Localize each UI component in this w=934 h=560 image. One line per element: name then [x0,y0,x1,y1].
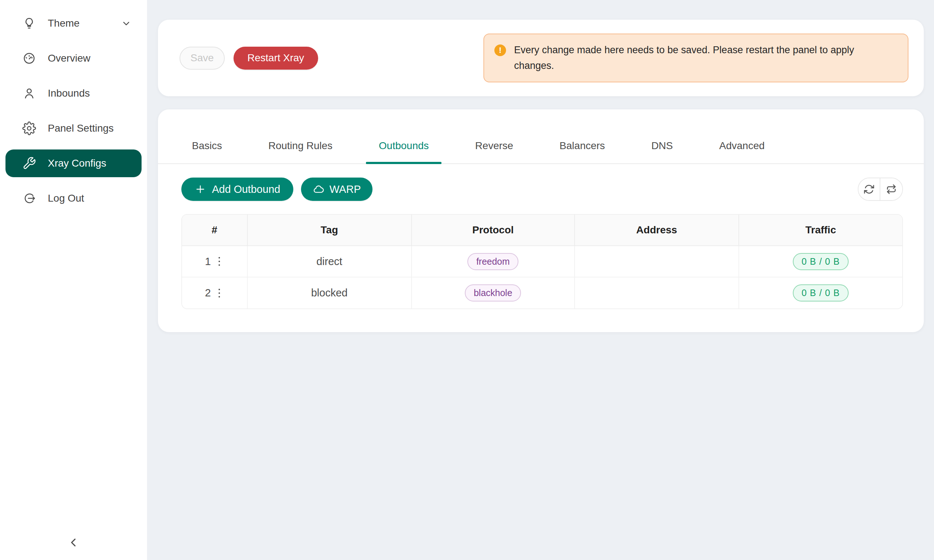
chevron-left-icon [68,536,80,549]
protocol-badge: blackhole [465,285,521,302]
warp-button[interactable]: WARP [301,178,373,201]
row-index: 2 [205,287,211,299]
sidebar-collapse-button[interactable] [63,532,85,554]
tab-advanced[interactable]: Advanced [706,140,777,163]
sidebar: Theme Overview Inbounds Panel Settings [0,0,147,560]
refresh-button-group [858,178,903,201]
table-header-row: # Tag Protocol Address Traffic [182,215,902,246]
sidebar-item-theme[interactable]: Theme [5,9,142,37]
logout-icon [22,191,36,205]
tab-reverse[interactable]: Reverse [462,140,526,163]
header-protocol: Protocol [412,215,575,246]
row-address [575,277,739,308]
header-address: Address [575,215,739,246]
sidebar-item-label: Panel Settings [48,123,114,134]
wrench-icon [22,156,36,170]
table-row: 2 blocked blackhole 0 B / 0 B [182,277,902,308]
warning-circle-icon: ! [494,45,506,56]
sidebar-item-xray-configs[interactable]: Xray Configs [5,149,142,177]
tab-outbounds[interactable]: Outbounds [366,140,441,163]
header-index: # [182,215,247,246]
sidebar-item-label: Xray Configs [48,157,106,169]
row-menu-button[interactable] [214,287,224,299]
sync-icon [863,184,874,195]
row-tag: blocked [247,277,412,308]
row-menu-button[interactable] [214,255,224,268]
warp-label: WARP [330,183,361,195]
tab-dns[interactable]: DNS [638,140,686,163]
gear-icon [22,122,36,135]
row-index: 1 [205,255,211,268]
sidebar-nav: Theme Overview Inbounds Panel Settings [0,0,147,212]
xray-configs-card: Basics Routing Rules Outbounds Reverse B… [158,109,924,332]
sidebar-item-label: Inbounds [48,88,90,99]
row-tag: direct [247,246,412,277]
protocol-badge: freedom [467,253,518,270]
refresh-button[interactable] [858,178,880,200]
toolbar-card: Save Restart Xray ! Every change made he… [158,20,924,96]
main-content: Save Restart Xray ! Every change made he… [147,0,934,560]
add-outbound-label: Add Outbound [212,183,280,195]
chevron-down-icon [121,18,131,28]
sidebar-item-log-out[interactable]: Log Out [5,185,142,212]
add-outbound-button[interactable]: Add Outbound [181,178,293,201]
user-icon [22,86,36,100]
header-traffic: Traffic [739,215,902,246]
tab-balancers[interactable]: Balancers [547,140,618,163]
row-address [575,246,739,277]
sidebar-item-inbounds[interactable]: Inbounds [5,80,142,107]
header-tag: Tag [247,215,412,246]
warning-alert: ! Every change made here needs to be sav… [483,34,908,82]
sidebar-item-label: Overview [48,52,91,64]
traffic-badge: 0 B / 0 B [793,253,849,270]
sidebar-item-label: Theme [48,17,80,29]
plus-icon [194,183,206,195]
table-row: 1 direct freedom 0 B / 0 B [182,246,902,277]
restart-xray-button[interactable]: Restart Xray [233,47,318,70]
outbounds-table: # Tag Protocol Address Traffic 1 [181,214,903,309]
save-button[interactable]: Save [179,47,225,70]
cloud-icon [313,183,324,195]
sidebar-item-panel-settings[interactable]: Panel Settings [5,114,142,142]
tab-routing-rules[interactable]: Routing Rules [255,140,345,163]
tab-bar: Basics Routing Rules Outbounds Reverse B… [158,109,924,164]
traffic-badge: 0 B / 0 B [793,285,849,302]
dashboard-icon [22,51,36,65]
tab-basics[interactable]: Basics [179,140,234,163]
sidebar-item-label: Log Out [48,192,84,204]
actions-row: Add Outbound WARP [158,164,924,201]
reset-traffic-button[interactable] [880,178,902,200]
lightbulb-icon [22,16,36,30]
repeat-icon [886,184,897,195]
warning-alert-text: Every change made here needs to be saved… [514,42,883,74]
sidebar-item-overview[interactable]: Overview [5,45,142,72]
